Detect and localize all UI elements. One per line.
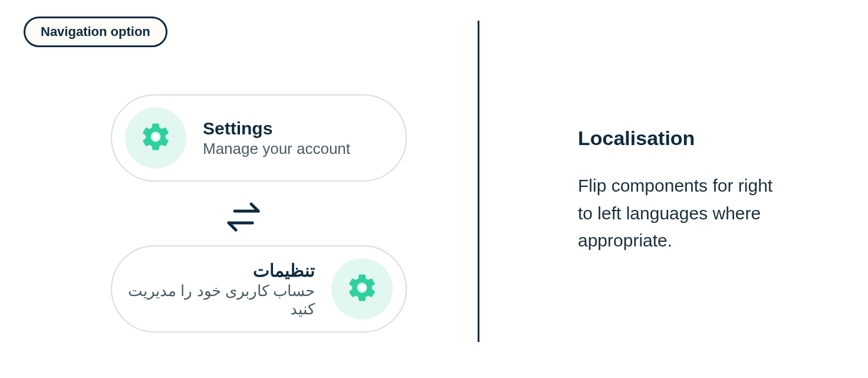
vertical-divider bbox=[478, 21, 479, 342]
svg-point-0 bbox=[153, 134, 158, 139]
nav-option-text: Settings Manage your account bbox=[203, 119, 350, 158]
nav-option-subtitle: Manage your account bbox=[203, 140, 350, 158]
explanation-body: Flip components for right to left langua… bbox=[578, 172, 790, 255]
nav-option-title: Settings bbox=[203, 119, 350, 139]
explanation-heading: Localisation bbox=[578, 127, 821, 150]
nav-option-title: تنظیمات bbox=[125, 260, 315, 281]
nav-option-ltr[interactable]: Settings Manage your account bbox=[111, 94, 407, 182]
gear-icon bbox=[346, 271, 379, 307]
component-tag: Navigation option bbox=[24, 17, 167, 47]
nav-option-rtl[interactable]: تنظیمات حساب کاربری خود را مدیریت کنید bbox=[111, 245, 407, 333]
nav-option-subtitle: حساب کاربری خود را مدیریت کنید bbox=[125, 282, 315, 318]
nav-option-text: تنظیمات حساب کاربری خود را مدیریت کنید bbox=[125, 260, 315, 318]
svg-point-1 bbox=[359, 285, 364, 290]
gear-icon-container bbox=[125, 107, 186, 169]
swap-horizontal-icon bbox=[223, 200, 264, 236]
gear-icon-container bbox=[331, 258, 393, 320]
gear-icon bbox=[139, 120, 172, 156]
